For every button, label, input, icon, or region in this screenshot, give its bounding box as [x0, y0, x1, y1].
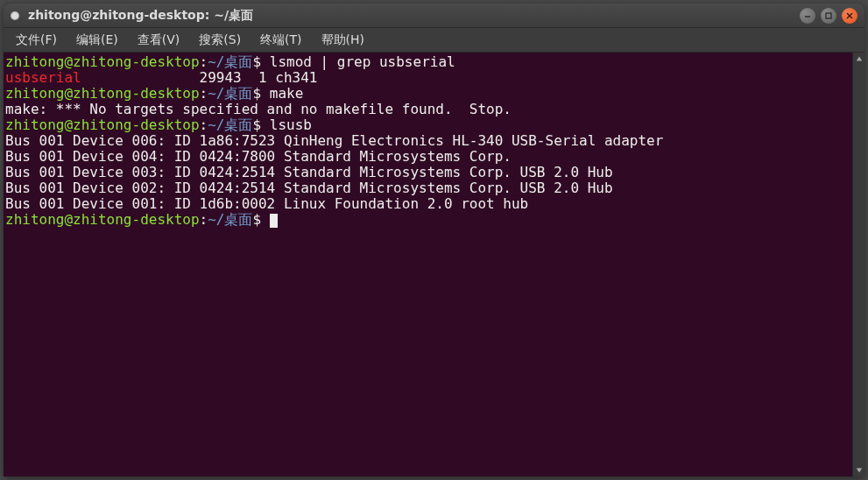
- output-text: Bus 001 Device 003: ID 0424:2514 Standar…: [5, 164, 613, 180]
- command-text: lsusb: [261, 116, 312, 133]
- svg-marker-4: [856, 57, 861, 61]
- output-text: Bus 001 Device 006: ID 1a86:7523 QinHeng…: [5, 132, 663, 149]
- titlebar: zhitong@zhitong-desktop: ~/桌面: [4, 4, 864, 28]
- close-button[interactable]: [842, 8, 857, 24]
- prompt-colon: :: [200, 85, 208, 102]
- svg-rect-1: [826, 13, 831, 18]
- prompt-dollar: $: [252, 85, 261, 102]
- prompt-user: zhitong@zhitong-desktop: [5, 211, 200, 228]
- grep-match: usbserial: [5, 69, 81, 86]
- prompt-path: ~/桌面: [208, 53, 252, 70]
- prompt-path: ~/桌面: [208, 116, 252, 133]
- prompt-user: zhitong@zhitong-desktop: [5, 85, 200, 102]
- menu-help[interactable]: 帮助(H): [318, 31, 368, 50]
- app-icon: [11, 11, 19, 20]
- command-text: make: [261, 85, 303, 102]
- prompt-colon: :: [200, 211, 208, 228]
- cursor: [270, 214, 278, 228]
- scroll-down-button[interactable]: [853, 464, 864, 476]
- prompt-user: zhitong@zhitong-desktop: [5, 116, 200, 133]
- output-text: Bus 001 Device 002: ID 0424:2514 Standar…: [5, 180, 613, 196]
- minimize-button[interactable]: [800, 8, 815, 24]
- chevron-down-icon: [856, 467, 863, 474]
- terminal-content[interactable]: zhitong@zhitong-desktop:~/桌面$ lsmod | gr…: [4, 53, 852, 476]
- terminal-area: zhitong@zhitong-desktop:~/桌面$ lsmod | gr…: [4, 53, 864, 476]
- output-text: 29943 1 ch341: [81, 69, 318, 86]
- prompt-colon: :: [200, 53, 208, 70]
- scrollbar[interactable]: [852, 53, 864, 476]
- menu-edit[interactable]: 编辑(E): [73, 31, 122, 50]
- prompt-colon: :: [200, 116, 208, 133]
- menu-search[interactable]: 搜索(S): [195, 31, 244, 50]
- window-controls: [800, 8, 857, 24]
- prompt-path: ~/桌面: [208, 85, 252, 102]
- prompt-dollar: $: [252, 211, 261, 228]
- command-text: [261, 211, 270, 228]
- maximize-icon: [824, 11, 833, 20]
- menu-terminal[interactable]: 终端(T): [257, 31, 305, 50]
- scroll-up-button[interactable]: [853, 53, 864, 65]
- prompt-dollar: $: [252, 53, 261, 70]
- svg-marker-5: [856, 469, 861, 473]
- prompt-dollar: $: [252, 116, 261, 133]
- prompt-path: ~/桌面: [208, 211, 252, 228]
- maximize-button[interactable]: [821, 8, 836, 24]
- close-icon: [845, 11, 854, 20]
- window-title: zhitong@zhitong-desktop: ~/桌面: [28, 8, 800, 24]
- minimize-icon: [803, 11, 812, 20]
- terminal-window: zhitong@zhitong-desktop: ~/桌面 文件(F) 编辑(E…: [4, 4, 864, 476]
- menu-view[interactable]: 查看(V): [134, 31, 184, 50]
- prompt-user: zhitong@zhitong-desktop: [5, 53, 200, 70]
- output-text: Bus 001 Device 001: ID 1d6b:0002 Linux F…: [5, 195, 528, 212]
- menubar: 文件(F) 编辑(E) 查看(V) 搜索(S) 终端(T) 帮助(H): [4, 28, 864, 53]
- output-text: make: *** No targets specified and no ma…: [5, 101, 512, 117]
- output-text: Bus 001 Device 004: ID 0424:7800 Standar…: [5, 148, 512, 165]
- menu-file[interactable]: 文件(F): [12, 31, 60, 50]
- command-text: lsmod | grep usbserial: [261, 53, 455, 70]
- chevron-up-icon: [856, 55, 863, 62]
